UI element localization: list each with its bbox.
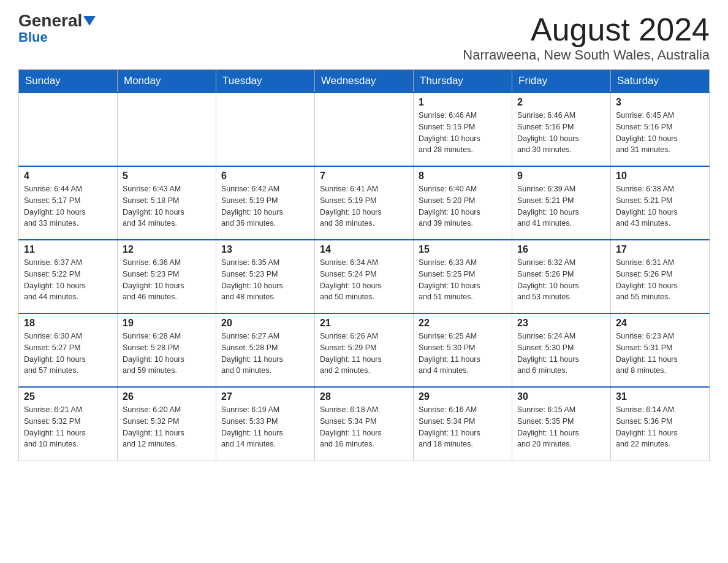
- week-row-1: 1Sunrise: 6:46 AMSunset: 5:15 PMDaylight…: [19, 93, 710, 166]
- calendar-cell: 24Sunrise: 6:23 AMSunset: 5:31 PMDayligh…: [611, 313, 710, 387]
- day-info: Sunrise: 6:45 AMSunset: 5:16 PMDaylight:…: [616, 110, 704, 156]
- day-info: Sunrise: 6:44 AMSunset: 5:17 PMDaylight:…: [24, 183, 112, 229]
- day-number: 18: [24, 318, 112, 329]
- weekday-header-saturday: Saturday: [611, 70, 710, 93]
- page-header: General Blue August 2024 Narraweena, New…: [18, 12, 710, 63]
- calendar-cell: 7Sunrise: 6:41 AMSunset: 5:19 PMDaylight…: [315, 166, 414, 240]
- day-number: 8: [419, 170, 507, 182]
- calendar-cell: 11Sunrise: 6:37 AMSunset: 5:22 PMDayligh…: [19, 240, 118, 313]
- day-info: Sunrise: 6:37 AMSunset: 5:22 PMDaylight:…: [24, 257, 112, 303]
- day-number: 5: [123, 170, 211, 182]
- calendar-cell: 8Sunrise: 6:40 AMSunset: 5:20 PMDaylight…: [414, 166, 512, 240]
- day-number: 7: [320, 170, 408, 182]
- day-number: 27: [221, 391, 309, 402]
- day-number: 24: [616, 318, 704, 329]
- calendar-cell: [118, 93, 216, 166]
- day-info: Sunrise: 6:25 AMSunset: 5:30 PMDaylight:…: [419, 331, 507, 377]
- title-section: August 2024 Narraweena, New South Wales,…: [463, 12, 710, 63]
- day-info: Sunrise: 6:43 AMSunset: 5:18 PMDaylight:…: [123, 183, 211, 229]
- day-info: Sunrise: 6:26 AMSunset: 5:29 PMDaylight:…: [320, 331, 408, 377]
- calendar-cell: 4Sunrise: 6:44 AMSunset: 5:17 PMDaylight…: [19, 166, 118, 240]
- day-info: Sunrise: 6:19 AMSunset: 5:33 PMDaylight:…: [221, 404, 309, 450]
- day-info: Sunrise: 6:38 AMSunset: 5:21 PMDaylight:…: [616, 183, 704, 229]
- logo: General Blue: [18, 12, 96, 45]
- calendar-cell: 3Sunrise: 6:45 AMSunset: 5:16 PMDaylight…: [611, 93, 710, 166]
- day-number: 15: [419, 244, 507, 255]
- logo-triangle-icon: [83, 16, 96, 26]
- day-number: 4: [24, 170, 112, 182]
- calendar-cell: 29Sunrise: 6:16 AMSunset: 5:34 PMDayligh…: [414, 387, 512, 461]
- weekday-header-wednesday: Wednesday: [315, 70, 414, 93]
- day-number: 11: [24, 244, 112, 255]
- calendar-cell: 6Sunrise: 6:42 AMSunset: 5:19 PMDaylight…: [216, 166, 315, 240]
- calendar-cell: [216, 93, 315, 166]
- week-row-5: 25Sunrise: 6:21 AMSunset: 5:32 PMDayligh…: [19, 387, 710, 461]
- day-info: Sunrise: 6:20 AMSunset: 5:32 PMDaylight:…: [123, 404, 211, 450]
- calendar-cell: 26Sunrise: 6:20 AMSunset: 5:32 PMDayligh…: [118, 387, 216, 461]
- day-info: Sunrise: 6:31 AMSunset: 5:26 PMDaylight:…: [616, 257, 704, 303]
- day-number: 6: [221, 170, 309, 182]
- day-number: 29: [419, 391, 507, 402]
- calendar-cell: 16Sunrise: 6:32 AMSunset: 5:26 PMDayligh…: [512, 240, 611, 313]
- day-info: Sunrise: 6:15 AMSunset: 5:35 PMDaylight:…: [517, 404, 605, 450]
- logo-text-black: General: [18, 12, 82, 29]
- calendar-cell: 18Sunrise: 6:30 AMSunset: 5:27 PMDayligh…: [19, 313, 118, 387]
- calendar-cell: 23Sunrise: 6:24 AMSunset: 5:30 PMDayligh…: [512, 313, 611, 387]
- day-number: 31: [616, 391, 704, 402]
- day-info: Sunrise: 6:18 AMSunset: 5:34 PMDaylight:…: [320, 404, 408, 450]
- day-info: Sunrise: 6:46 AMSunset: 5:15 PMDaylight:…: [419, 110, 507, 156]
- day-info: Sunrise: 6:41 AMSunset: 5:19 PMDaylight:…: [320, 183, 408, 229]
- calendar-cell: 12Sunrise: 6:36 AMSunset: 5:23 PMDayligh…: [118, 240, 216, 313]
- day-number: 12: [123, 244, 211, 255]
- calendar-cell: 28Sunrise: 6:18 AMSunset: 5:34 PMDayligh…: [315, 387, 414, 461]
- calendar-table: SundayMondayTuesdayWednesdayThursdayFrid…: [18, 69, 710, 461]
- weekday-header-row: SundayMondayTuesdayWednesdayThursdayFrid…: [19, 70, 710, 93]
- day-info: Sunrise: 6:32 AMSunset: 5:26 PMDaylight:…: [517, 257, 605, 303]
- day-info: Sunrise: 6:23 AMSunset: 5:31 PMDaylight:…: [616, 331, 704, 377]
- day-number: 1: [419, 97, 507, 108]
- weekday-header-tuesday: Tuesday: [216, 70, 315, 93]
- day-info: Sunrise: 6:28 AMSunset: 5:28 PMDaylight:…: [123, 331, 211, 377]
- day-number: 10: [616, 170, 704, 182]
- calendar-cell: 5Sunrise: 6:43 AMSunset: 5:18 PMDaylight…: [118, 166, 216, 240]
- calendar-cell: 30Sunrise: 6:15 AMSunset: 5:35 PMDayligh…: [512, 387, 611, 461]
- day-info: Sunrise: 6:16 AMSunset: 5:34 PMDaylight:…: [419, 404, 507, 450]
- day-info: Sunrise: 6:40 AMSunset: 5:20 PMDaylight:…: [419, 183, 507, 229]
- week-row-2: 4Sunrise: 6:44 AMSunset: 5:17 PMDaylight…: [19, 166, 710, 240]
- day-info: Sunrise: 6:42 AMSunset: 5:19 PMDaylight:…: [221, 183, 309, 229]
- day-number: 25: [24, 391, 112, 402]
- day-number: 14: [320, 244, 408, 255]
- day-info: Sunrise: 6:39 AMSunset: 5:21 PMDaylight:…: [517, 183, 605, 229]
- week-row-3: 11Sunrise: 6:37 AMSunset: 5:22 PMDayligh…: [19, 240, 710, 313]
- calendar-cell: 20Sunrise: 6:27 AMSunset: 5:28 PMDayligh…: [216, 313, 315, 387]
- location-title: Narraweena, New South Wales, Australia: [463, 47, 710, 63]
- day-number: 28: [320, 391, 408, 402]
- day-number: 16: [517, 244, 605, 255]
- day-number: 2: [517, 97, 605, 108]
- logo-text-blue: Blue: [18, 29, 48, 45]
- day-info: Sunrise: 6:27 AMSunset: 5:28 PMDaylight:…: [221, 331, 309, 377]
- day-number: 13: [221, 244, 309, 255]
- calendar-cell: 2Sunrise: 6:46 AMSunset: 5:16 PMDaylight…: [512, 93, 611, 166]
- day-number: 26: [123, 391, 211, 402]
- day-number: 20: [221, 318, 309, 329]
- weekday-header-monday: Monday: [118, 70, 216, 93]
- day-info: Sunrise: 6:21 AMSunset: 5:32 PMDaylight:…: [24, 404, 112, 450]
- day-number: 21: [320, 318, 408, 329]
- day-number: 17: [616, 244, 704, 255]
- calendar-cell: 10Sunrise: 6:38 AMSunset: 5:21 PMDayligh…: [611, 166, 710, 240]
- day-number: 23: [517, 318, 605, 329]
- day-info: Sunrise: 6:35 AMSunset: 5:23 PMDaylight:…: [221, 257, 309, 303]
- calendar-cell: 25Sunrise: 6:21 AMSunset: 5:32 PMDayligh…: [19, 387, 118, 461]
- calendar-cell: 21Sunrise: 6:26 AMSunset: 5:29 PMDayligh…: [315, 313, 414, 387]
- day-number: 9: [517, 170, 605, 182]
- day-info: Sunrise: 6:34 AMSunset: 5:24 PMDaylight:…: [320, 257, 408, 303]
- day-info: Sunrise: 6:33 AMSunset: 5:25 PMDaylight:…: [419, 257, 507, 303]
- week-row-4: 18Sunrise: 6:30 AMSunset: 5:27 PMDayligh…: [19, 313, 710, 387]
- calendar-cell: 15Sunrise: 6:33 AMSunset: 5:25 PMDayligh…: [414, 240, 512, 313]
- calendar-cell: 17Sunrise: 6:31 AMSunset: 5:26 PMDayligh…: [611, 240, 710, 313]
- calendar-cell: 27Sunrise: 6:19 AMSunset: 5:33 PMDayligh…: [216, 387, 315, 461]
- calendar-cell: [19, 93, 118, 166]
- weekday-header-sunday: Sunday: [19, 70, 118, 93]
- day-info: Sunrise: 6:46 AMSunset: 5:16 PMDaylight:…: [517, 110, 605, 156]
